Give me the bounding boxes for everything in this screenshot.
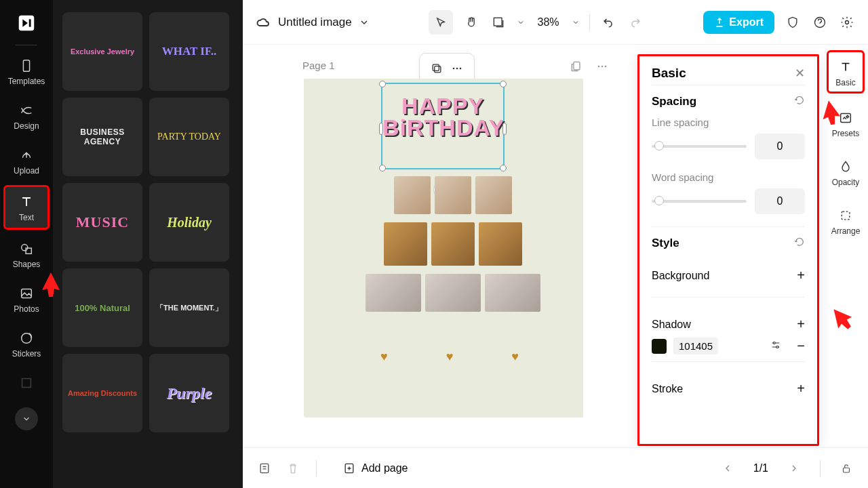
resize-handle[interactable] [379, 165, 386, 171]
line-spacing-slider[interactable] [652, 145, 747, 148]
resize-handle[interactable] [502, 123, 507, 135]
annotation-arrow [41, 271, 61, 298]
rail-opacity[interactable]: Opacity [827, 152, 865, 191]
chevron-down-icon[interactable] [572, 18, 580, 26]
svg-rect-8 [494, 18, 502, 26]
add-background-button[interactable]: + [797, 268, 805, 283]
resize-handle[interactable] [379, 81, 386, 87]
rail-basic[interactable]: Basic [827, 50, 865, 94]
resize-handle[interactable] [500, 81, 507, 87]
photo-placeholder[interactable] [394, 176, 431, 214]
section-title: Style [652, 237, 679, 250]
svg-point-22 [774, 342, 776, 344]
heart-icon: ♥ [380, 350, 388, 364]
photo-placeholder[interactable] [366, 274, 421, 312]
redo-button[interactable] [627, 14, 644, 31]
frames-icon [18, 375, 35, 391]
word-spacing-value[interactable]: 0 [755, 188, 805, 214]
shield-icon[interactable] [784, 14, 802, 31]
svg-rect-7 [22, 379, 31, 388]
preset-item[interactable]: Amazing Discounts [62, 354, 142, 432]
preset-item[interactable]: Exclusive Jewelry [62, 12, 142, 91]
duplicate-button[interactable] [427, 59, 447, 78]
photo-placeholder[interactable] [425, 274, 481, 312]
preset-item[interactable]: BUSINESS AGENCY [62, 98, 142, 176]
add-shadow-button[interactable]: + [797, 317, 805, 332]
preset-item[interactable]: PARTY TODAY [149, 98, 229, 176]
adjust-icon[interactable] [770, 339, 782, 354]
divider [652, 297, 805, 298]
resize-tool[interactable] [490, 14, 507, 31]
resize-handle[interactable] [379, 123, 383, 135]
svg-point-17 [598, 66, 600, 68]
page-duplicate-icon[interactable] [570, 60, 583, 76]
select-tool[interactable] [429, 10, 453, 35]
nav-upload[interactable]: Upload [3, 140, 50, 181]
photo-placeholder[interactable] [431, 222, 475, 266]
slider-thumb[interactable] [654, 196, 664, 205]
photo-placeholder[interactable] [479, 222, 522, 266]
expand-button[interactable] [15, 407, 38, 430]
bottombar: Add page 1/1 [243, 447, 868, 488]
title-block[interactable]: Untitled image [255, 14, 370, 30]
preset-item[interactable]: Holiday [149, 183, 229, 262]
canvas-page[interactable]: HAPPYBiRTHDAY ♥ ♥ ♥ [304, 79, 583, 418]
word-spacing-label: Word spacing [652, 171, 805, 183]
add-page-button[interactable]: Add page [342, 462, 408, 475]
preset-item[interactable]: WHAT IF.. [149, 12, 229, 91]
chevron-down-icon[interactable] [517, 18, 525, 26]
export-button[interactable]: Export [703, 11, 774, 34]
close-icon[interactable]: ✕ [795, 66, 805, 81]
page-more-icon[interactable] [595, 60, 609, 76]
nav-text[interactable]: Text [3, 185, 50, 230]
reset-icon[interactable] [794, 95, 805, 108]
line-spacing-value[interactable]: 0 [755, 134, 805, 159]
nav-frames[interactable] [3, 368, 50, 399]
design-icon [18, 102, 35, 119]
photo-placeholder[interactable] [475, 176, 512, 214]
svg-point-14 [456, 68, 458, 70]
hand-tool[interactable] [462, 14, 480, 31]
nav-stickers[interactable]: Stickers [3, 323, 50, 364]
undo-button[interactable] [599, 14, 617, 31]
rail-arrange[interactable]: Arrange [827, 201, 865, 240]
shadow-hex[interactable]: 101405 [673, 338, 718, 354]
more-button[interactable] [447, 59, 467, 78]
nav-design[interactable]: Design [3, 96, 50, 136]
preset-item[interactable]: 「THE MOMENT.」 [149, 268, 229, 347]
photo-placeholder[interactable] [435, 176, 471, 214]
slider-thumb[interactable] [654, 141, 664, 150]
zoom-level[interactable]: 38% [537, 16, 559, 28]
svg-rect-12 [433, 64, 439, 70]
export-icon [714, 17, 725, 28]
divider [652, 361, 805, 362]
shadow-color-swatch[interactable] [652, 339, 667, 354]
heart-icon: ♥ [511, 350, 519, 364]
preset-item[interactable]: MUSIC [62, 183, 142, 262]
settings-icon[interactable] [838, 14, 856, 31]
add-stroke-button[interactable]: + [797, 381, 805, 396]
nav-templates[interactable]: Templates [3, 51, 50, 92]
lock-icon[interactable] [838, 460, 854, 476]
text-presets-panel: Exclusive Jewelry WHAT IF.. BUSINESS AGE… [53, 0, 243, 488]
reset-icon[interactable] [794, 237, 805, 250]
delete-icon[interactable] [285, 460, 301, 476]
app-logo[interactable] [14, 11, 39, 35]
text-selection[interactable]: HAPPYBiRTHDAY [381, 83, 505, 169]
remove-shadow-button[interactable]: − [797, 338, 805, 354]
photo-placeholder[interactable] [485, 274, 540, 312]
shadow-label: Shadow [652, 319, 691, 331]
help-icon[interactable] [811, 14, 829, 31]
left-sidebar: Templates Design Upload Text Shapes Phot… [0, 0, 53, 488]
photo-placeholder[interactable] [384, 222, 427, 266]
photos-icon [18, 285, 35, 302]
page-indicator: 1/1 [753, 462, 768, 474]
prev-page-button[interactable] [719, 460, 736, 476]
word-spacing-slider[interactable] [652, 200, 747, 203]
resize-handle[interactable] [500, 165, 507, 171]
preset-item[interactable]: 100% Natural [62, 268, 142, 347]
nav-shapes[interactable]: Shapes [3, 234, 50, 274]
preset-item[interactable]: Purple [149, 354, 229, 432]
next-page-button[interactable] [786, 460, 802, 476]
notes-icon[interactable] [256, 460, 273, 476]
